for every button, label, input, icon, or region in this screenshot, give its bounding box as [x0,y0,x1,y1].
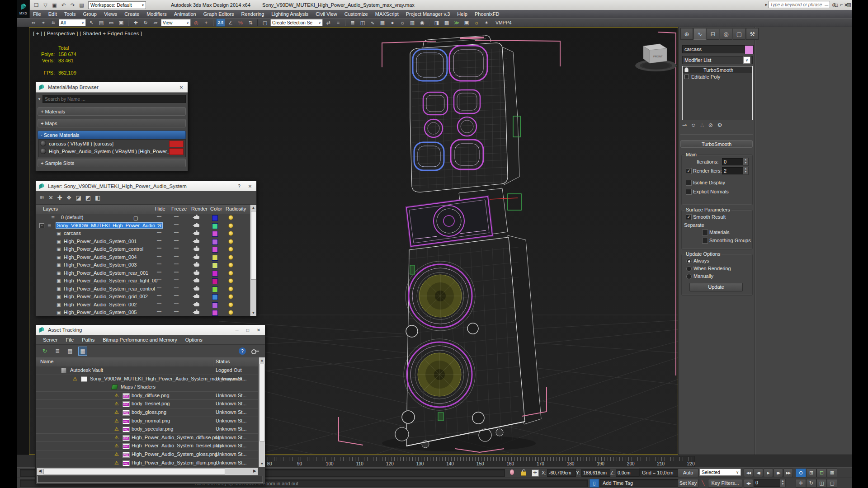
layer-row-carcass[interactable]: ▣carcass▬▬▬▬ [36,230,250,238]
close-icon[interactable]: ✕ [246,183,254,190]
set-key-mode-icon[interactable]: ╲ [699,479,707,487]
asset-row-autodesk-vault[interactable]: Autodesk VaultLogged Out [36,366,258,375]
explicit-normals-checkbox[interactable] [686,189,692,195]
asset-row-high-power-audio-system-diffuse-png[interactable]: ⚠High_Power_Audio_System_diffuse.pngUnkn… [36,434,258,442]
radiosity-lamp-icon[interactable] [228,294,233,299]
scroll-left-icon[interactable]: ◀ [37,468,43,474]
refresh-icon[interactable]: ↻ [40,347,49,356]
asset-row-high-power-audio-system-illum-png[interactable]: ⚠High_Power_Audio_System_illum.pngUnknow… [36,459,258,467]
iterations-spinner[interactable]: 0 [722,158,745,165]
help-icon[interactable]: ? [239,347,246,355]
hide-toggle[interactable]: ▬▬ [157,278,161,281]
plus-box-icon[interactable] [684,75,689,79]
asset-row-body-normal-png[interactable]: ⚠body_normal.pngUnknown St... [36,417,258,426]
hide-toggle[interactable]: ▬▬ [157,254,161,257]
max-logo-button[interactable]: MXD [17,0,30,18]
menu-maxscript[interactable]: MAXScript [372,10,402,18]
render-production-icon[interactable]: ◉ [418,19,427,27]
object-name-field[interactable]: carcass [682,45,746,53]
render-teapot-icon[interactable] [194,295,199,298]
render-iters-checkbox[interactable]: ✓ [686,168,692,174]
status-column-header[interactable]: Status [216,359,230,364]
menu-phoenixfd[interactable]: PhoenixFD [471,10,503,18]
layer-color-swatch[interactable] [212,302,218,308]
align-icon[interactable]: ≡ [334,19,343,27]
rectangular-selection-region-icon[interactable]: ▭ [107,19,116,27]
key-mode-toggle-button[interactable]: ◀▶ [744,479,753,488]
material-editor-icon[interactable]: ● [388,19,397,27]
layer-color-swatch[interactable] [212,271,218,277]
asset-menu-bitmap-performance-and-memory[interactable]: Bitmap Performance and Memory [99,336,180,344]
selection-filter-dropdown[interactable]: All∨ [59,19,86,26]
preview-window-icon[interactable]: ▩ [442,19,451,27]
layer-color-swatch[interactable] [212,294,218,300]
radiosity-lamp-icon[interactable] [228,255,233,260]
menu-tools[interactable]: Tools [61,10,80,18]
layer-color-swatch[interactable] [212,239,218,245]
scroll-up-icon[interactable]: ▲ [250,205,256,211]
layer-color-swatch[interactable] [212,231,218,237]
material-search-input[interactable] [42,95,186,103]
smoothing-groups-checkbox[interactable] [702,238,708,244]
minimize-button[interactable]: ─ [825,2,828,8]
render-iters-spin-buttons[interactable]: ▲▼ [743,167,749,175]
material-list-item[interactable]: High_Power_Audio_System ( VRayMtl ) [Hig… [39,147,185,155]
render-teapot-icon[interactable] [194,303,199,306]
lightbulb-icon[interactable]: ☼ [472,19,481,27]
pin-stack-icon[interactable]: ⊸ [682,122,687,128]
layer-tool-3-icon[interactable]: ❖ [66,194,72,201]
communicate-balloon-icon[interactable] [510,469,514,475]
render-teapot-icon[interactable] [194,279,199,282]
column-header-hide[interactable]: Hide [155,206,165,211]
schematic-view-icon[interactable]: ▦ [378,19,387,27]
key-icon[interactable] [251,349,259,353]
freeze-toggle[interactable]: ▬▬ [174,270,179,273]
column-header-freeze[interactable]: Freeze [171,206,187,211]
star-bone-icon[interactable]: ✶ [482,19,491,27]
close-icon[interactable]: ✕ [255,327,262,333]
expander-icon[interactable]: − [39,223,44,228]
tab-create[interactable]: ⊕ [680,28,693,40]
hide-toggle[interactable]: ▬▬ [157,215,161,217]
minimize-icon[interactable]: ─ [233,327,241,333]
update-button[interactable]: Update [689,283,743,291]
layer-color-swatch[interactable] [212,310,218,316]
layer-vertical-scrollbar[interactable]: ▲ ▼ [250,205,256,316]
select-by-name-icon[interactable]: ▤ [97,19,106,27]
previous-frame-button[interactable]: ◀▮ [754,469,763,477]
freeze-toggle[interactable]: ▬▬ [174,278,179,281]
menu-help[interactable]: Help [453,10,471,18]
maximize-icon[interactable]: □ [244,327,251,333]
asset-menu-options[interactable]: Options [182,336,206,344]
angle-snap-icon[interactable]: ∠ [226,19,235,27]
layer-color-swatch[interactable] [212,263,218,268]
render-teapot-icon[interactable] [194,216,199,219]
render-teapot-icon[interactable] [194,224,199,227]
layer-tool-4-icon[interactable]: ◪ [75,194,81,201]
pan-view-icon[interactable]: ✛ [796,479,806,488]
selection-lock-icon[interactable] [521,471,526,476]
frame-spin-buttons[interactable]: ▲▼ [780,479,786,487]
spinner-snap-icon[interactable]: ⇅ [246,19,255,27]
maximize-viewport-toggle-icon[interactable]: ▢ [827,479,837,488]
undo-icon[interactable]: ↶ [60,2,67,9]
menu-project-manager-v-3[interactable]: Project Manager v.3 [402,10,454,18]
orbit-icon[interactable]: ↻ [806,479,816,488]
render-teapot-icon[interactable] [194,232,199,235]
radiosity-lamp-icon[interactable] [228,271,233,276]
layer-row-high-power-audio-system-control[interactable]: ▣High_Power_Audio_System_control▬▬▬▬ [36,245,250,253]
graphite-ribbon-icon[interactable]: ◫ [358,19,367,27]
timeline-ruler[interactable]: 8090100110120130140150160170180190200210… [261,456,695,468]
named-selection-set-dropdown[interactable]: Create Selection Se∨ [270,19,323,26]
asset-menu-paths[interactable]: Paths [78,336,98,344]
radiosity-lamp-icon[interactable] [228,263,233,267]
radiosity-lamp-icon[interactable] [228,247,233,252]
layer-color-swatch[interactable] [212,215,218,221]
current-frame-field[interactable]: 0 [754,479,783,487]
scroll-down-icon[interactable]: ▼ [259,461,265,467]
layer-row-high-power-audio-system-003[interactable]: ▣High_Power_Audio_System_003▬▬▬▬ [36,261,250,269]
tab-hierarchy[interactable]: ⊟ [707,28,719,40]
hide-toggle[interactable]: ▬▬ [157,294,161,296]
menu-views[interactable]: Views [100,10,121,18]
freeze-toggle[interactable]: ▬▬ [174,254,179,257]
